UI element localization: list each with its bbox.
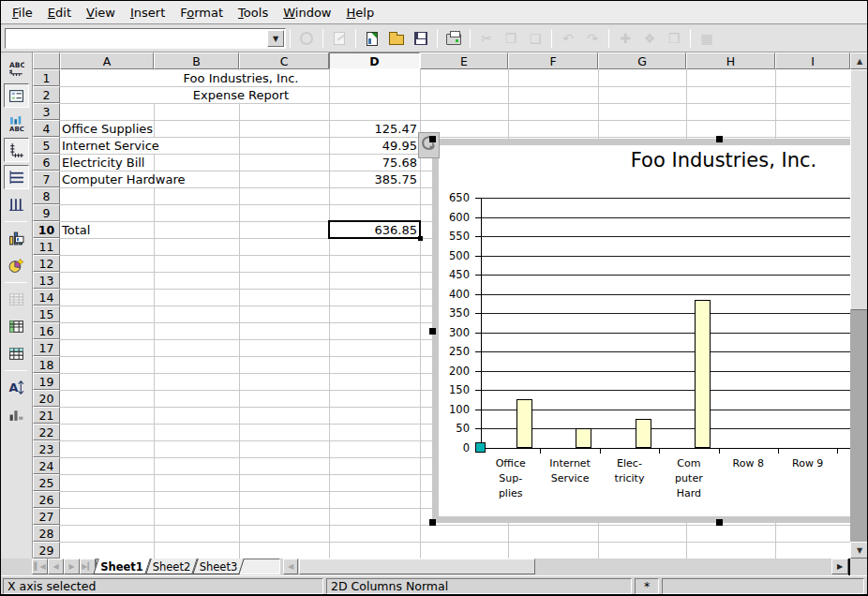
row-header-11[interactable]: 11 bbox=[33, 238, 60, 255]
name-box[interactable]: ▼ bbox=[5, 28, 286, 49]
cell-a6[interactable]: Electricity Bill bbox=[62, 155, 144, 171]
row-header-20[interactable]: 20 bbox=[33, 390, 60, 407]
menu-help[interactable]: Help bbox=[339, 3, 382, 22]
menu-edit[interactable]: Edit bbox=[40, 3, 79, 22]
cell-d4[interactable]: 125.47 bbox=[330, 121, 417, 137]
row-header-26[interactable]: 26 bbox=[33, 491, 60, 508]
row-header-10[interactable]: 10 bbox=[33, 221, 60, 238]
titles-on-off-button[interactable]: ABC bbox=[4, 56, 29, 81]
row-header-3[interactable]: 3 bbox=[33, 103, 60, 120]
edit-chart-type-button[interactable] bbox=[4, 226, 29, 250]
sheet-tab-sheet1[interactable]: Sheet1 bbox=[96, 559, 148, 574]
column-header-c[interactable]: C bbox=[239, 52, 329, 69]
y-axis[interactable] bbox=[481, 198, 482, 448]
row-header-21[interactable]: 21 bbox=[33, 407, 60, 424]
row-header-15[interactable]: 15 bbox=[33, 305, 60, 322]
name-box-input[interactable] bbox=[6, 30, 267, 47]
row-header-27[interactable]: 27 bbox=[33, 508, 60, 525]
row-header-8[interactable]: 8 bbox=[33, 187, 60, 204]
merged-title-cell[interactable]: Foo Industries, Inc. bbox=[154, 70, 328, 86]
object-resize-handle[interactable] bbox=[716, 519, 723, 526]
scroll-left-button[interactable]: ◀ bbox=[283, 559, 298, 574]
name-box-dropdown-arrow-icon[interactable]: ▼ bbox=[267, 30, 284, 47]
scroll-up-button[interactable]: ▲ bbox=[850, 52, 868, 69]
chart-bar[interactable] bbox=[636, 419, 651, 448]
chart-bar[interactable] bbox=[695, 300, 711, 448]
row-header-22[interactable]: 22 bbox=[33, 424, 60, 440]
open-button[interactable] bbox=[385, 27, 408, 50]
row-header-25[interactable]: 25 bbox=[33, 474, 60, 491]
cell-d5[interactable]: 49.95 bbox=[330, 138, 417, 154]
axes-titles-on-off-button[interactable]: ABC bbox=[4, 111, 29, 135]
new-document-button[interactable] bbox=[361, 27, 383, 50]
cell-d6[interactable]: 75.68 bbox=[330, 155, 417, 171]
menu-insert[interactable]: Insert bbox=[123, 3, 172, 22]
object-resize-handle[interactable] bbox=[716, 136, 723, 142]
row-header-14[interactable]: 14 bbox=[33, 289, 60, 305]
axis-selection-handle[interactable] bbox=[475, 442, 486, 453]
data-in-columns-button[interactable] bbox=[4, 341, 29, 365]
cell-a10[interactable]: Total bbox=[62, 222, 90, 238]
menu-format[interactable]: Format bbox=[172, 3, 231, 22]
x-axis[interactable] bbox=[481, 448, 850, 449]
vertical-grid-on-off-button[interactable] bbox=[4, 192, 29, 216]
object-resize-handle[interactable] bbox=[429, 328, 436, 335]
scroll-down-button[interactable]: ▼ bbox=[850, 542, 868, 559]
scroll-right-button[interactable]: ▶ bbox=[831, 559, 848, 574]
select-all-corner[interactable] bbox=[33, 52, 60, 69]
row-header-2[interactable]: 2 bbox=[33, 86, 60, 103]
row-header-6[interactable]: 6 bbox=[33, 154, 60, 171]
chart-bar[interactable] bbox=[516, 399, 532, 448]
menu-view[interactable]: View bbox=[79, 3, 123, 22]
row-header-18[interactable]: 18 bbox=[33, 356, 60, 373]
chart-title[interactable]: Foo Industries, Inc. bbox=[414, 149, 850, 171]
column-header-a[interactable]: A bbox=[60, 52, 154, 69]
row-header-7[interactable]: 7 bbox=[33, 171, 60, 187]
menu-file[interactable]: File bbox=[5, 3, 40, 22]
merged-title-cell[interactable]: Expense Report bbox=[154, 87, 328, 103]
horizontal-scrollbar-thumb[interactable] bbox=[299, 559, 535, 574]
column-header-e[interactable]: E bbox=[420, 52, 508, 69]
cell-a4[interactable]: Office Supplies bbox=[62, 121, 153, 137]
object-resize-handle[interactable] bbox=[429, 519, 436, 526]
sheet-tab-sheet2[interactable]: Sheet2 bbox=[148, 559, 195, 574]
horizontal-grid-on-off-button[interactable] bbox=[4, 165, 29, 189]
column-header-d[interactable]: D bbox=[329, 52, 420, 69]
row-header-23[interactable]: 23 bbox=[33, 440, 60, 457]
row-header-29[interactable]: 29 bbox=[33, 542, 60, 559]
row-header-13[interactable]: 13 bbox=[33, 272, 60, 289]
column-header-f[interactable]: F bbox=[508, 52, 598, 69]
previous-sheet-button[interactable]: ◀ bbox=[48, 559, 64, 574]
row-header-16[interactable]: 16 bbox=[33, 322, 60, 339]
row-header-9[interactable]: 9 bbox=[33, 204, 60, 221]
row-header-24[interactable]: 24 bbox=[33, 457, 60, 474]
column-header-g[interactable]: G bbox=[598, 52, 686, 69]
save-button[interactable] bbox=[410, 27, 432, 50]
print-button[interactable] bbox=[442, 27, 465, 50]
object-resize-handle[interactable] bbox=[429, 136, 436, 142]
axes-on-off-button[interactable] bbox=[4, 138, 29, 162]
column-header-i[interactable]: I bbox=[775, 52, 850, 69]
vertical-scrollbar-thumb[interactable] bbox=[850, 69, 868, 310]
row-header-19[interactable]: 19 bbox=[33, 373, 60, 390]
menu-tools[interactable]: Tools bbox=[231, 3, 276, 22]
vertical-scrollbar[interactable]: ▲ ▼ bbox=[850, 52, 868, 559]
row-header-5[interactable]: 5 bbox=[33, 137, 60, 154]
row-header-17[interactable]: 17 bbox=[33, 339, 60, 356]
row-header-28[interactable]: 28 bbox=[33, 525, 60, 542]
legend-on-off-button[interactable] bbox=[4, 83, 29, 108]
row-header-12[interactable]: 12 bbox=[33, 255, 60, 272]
column-header-h[interactable]: H bbox=[686, 52, 775, 69]
selected-cell-border[interactable] bbox=[328, 220, 421, 239]
autoformat-chart-button[interactable] bbox=[4, 253, 29, 277]
sheet-tab-sheet3[interactable]: Sheet3 bbox=[195, 559, 242, 574]
row-header-4[interactable]: 4 bbox=[33, 120, 60, 137]
row-header-1[interactable]: 1 bbox=[33, 69, 60, 86]
scale-text-button[interactable]: A bbox=[4, 375, 29, 399]
cell-a5[interactable]: Internet Service bbox=[62, 138, 159, 154]
cell-d7[interactable]: 385.75 bbox=[330, 171, 417, 187]
chart-bar[interactable] bbox=[576, 428, 591, 448]
first-sheet-button[interactable]: ▌◀ bbox=[32, 559, 48, 574]
menu-window[interactable]: Window bbox=[276, 3, 338, 22]
data-in-rows-button[interactable] bbox=[4, 314, 29, 338]
